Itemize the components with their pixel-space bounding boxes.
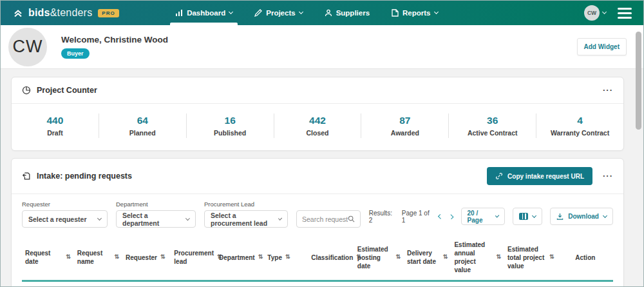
stat-awarded[interactable]: 87 Awarded — [361, 114, 449, 138]
stat-label: Published — [189, 129, 271, 137]
download-button[interactable]: Download — [550, 208, 613, 225]
filter-label: Procurement Lead — [204, 201, 288, 208]
sort-icon[interactable]: ⇅ — [160, 253, 166, 261]
widget-title: Project Counter — [37, 86, 97, 95]
project-counter-stats: 440 Draft 64 Planned 16 Published 442 Cl… — [12, 104, 623, 150]
intake-header: Intake: pending requests Copy intake req… — [12, 159, 623, 194]
chevron-down-icon — [299, 10, 303, 14]
col-request-date[interactable]: Request date⇅ — [22, 235, 74, 281]
cell-estimated-posting-date: N/A — [354, 281, 404, 287]
nav-item-projects[interactable]: Projects — [245, 1, 311, 25]
select-value: Select a department — [122, 212, 181, 227]
col-requester[interactable]: Requester⇅ — [122, 235, 171, 281]
col-type[interactable]: Type⇅ — [264, 235, 308, 281]
avatar: CW — [8, 28, 47, 66]
col-procurement-lead[interactable]: Procurement lead⇅ — [171, 235, 216, 281]
nav-item-reports[interactable]: Reports — [383, 1, 446, 25]
bar-chart-icon — [175, 9, 183, 17]
cell-estimated-total-project-value: N/A — [504, 281, 558, 287]
sort-icon[interactable]: ⇅ — [115, 253, 120, 261]
nav-item-suppliers[interactable]: Suppliers — [316, 1, 379, 25]
widget-menu-button[interactable]: ··· — [603, 173, 613, 179]
document-icon — [392, 9, 399, 17]
col-estimated-posting-date[interactable]: Estimated posting date⇅ — [354, 235, 404, 281]
cell-request-name: New Playground — [74, 281, 122, 287]
sort-icon[interactable]: ⇅ — [496, 253, 501, 261]
nav-item-label: Dashboard — [187, 9, 225, 17]
col-delivery-start-date[interactable]: Delivery start date⇅ — [404, 235, 451, 281]
chevron-down-icon — [278, 216, 282, 220]
role-badge: Buyer — [61, 48, 90, 59]
intake-document-icon — [22, 172, 31, 181]
pro-badge: PRO — [98, 9, 118, 17]
cell-type: RFP — [264, 281, 308, 287]
cell-action: Manage — [558, 281, 613, 287]
top-navbar: bids&tenders PRO Dashboard Projects — [1, 1, 643, 25]
stat-active-contract[interactable]: 36 Active Contract — [449, 114, 536, 138]
sort-icon[interactable]: ⇅ — [258, 253, 263, 261]
stat-value: 16 — [189, 115, 271, 126]
hamburger-menu-icon[interactable] — [618, 8, 632, 19]
sort-icon[interactable]: ⇅ — [66, 253, 71, 261]
col-request-name[interactable]: Request name⇅ — [74, 235, 122, 281]
sort-icon[interactable]: ⇅ — [443, 253, 448, 261]
search-icon[interactable] — [348, 215, 355, 223]
stat-label: Active Contract — [451, 129, 533, 137]
stat-label: Draft — [14, 129, 96, 137]
cell-requester: Joelle Sofonoff — [122, 281, 171, 287]
intake-filters-row: Requester Select a requester Department … — [12, 194, 623, 235]
department-select[interactable]: Select a department — [116, 210, 196, 228]
add-widget-button[interactable]: Add Widget — [577, 38, 627, 55]
page-size-select[interactable]: 20 / Page — [461, 208, 506, 225]
stat-label: Awarded — [364, 129, 446, 137]
next-page-icon[interactable] — [449, 213, 454, 219]
pending-requests-table: Request date⇅ Request name⇅ Requester⇅ P… — [22, 235, 613, 287]
widget-menu-button[interactable]: ··· — [603, 88, 613, 93]
stat-value: 87 — [364, 115, 446, 126]
procurement-lead-select[interactable]: Select a procurement lead — [204, 210, 288, 228]
filter-label: Requester — [22, 201, 108, 208]
stat-value: 36 — [451, 115, 533, 126]
stat-planned[interactable]: 64 Planned — [99, 114, 187, 138]
stat-closed[interactable]: 442 Closed — [274, 114, 362, 138]
sort-icon[interactable]: ⇅ — [549, 253, 554, 261]
sort-icon[interactable]: ⇅ — [395, 253, 401, 261]
user-menu[interactable]: CW — [584, 5, 606, 21]
col-estimated-annual-project-value[interactable]: Estimated annual project value⇅ — [451, 235, 504, 281]
page-indicator: Page 1 of 1 — [402, 210, 431, 224]
columns-icon — [519, 213, 528, 220]
stat-published[interactable]: 16 Published — [187, 114, 274, 138]
col-department[interactable]: Department⇅ — [216, 235, 264, 281]
chevron-down-icon — [495, 213, 500, 218]
col-estimated-total-project-value[interactable]: Estimated total project value⇅ — [504, 235, 558, 281]
person-icon — [325, 9, 332, 17]
chevron-down-icon — [532, 213, 536, 217]
nav-item-dashboard[interactable]: Dashboard — [166, 1, 242, 25]
page-size-value: 20 / Page — [468, 210, 491, 224]
requester-select[interactable]: Select a requester — [22, 210, 108, 228]
nav-item-label: Projects — [266, 9, 295, 17]
nav-item-label: Suppliers — [336, 9, 370, 17]
double-chevron-up-icon — [12, 7, 24, 19]
columns-toggle-button[interactable] — [513, 208, 542, 225]
table-header-row: Request date⇅ Request name⇅ Requester⇅ P… — [22, 235, 613, 281]
cell-estimated-annual-project-value: N/A — [451, 281, 504, 287]
select-value: Select a requester — [28, 215, 86, 223]
chevron-down-icon — [229, 10, 233, 14]
stat-draft[interactable]: 440 Draft — [12, 114, 99, 138]
sort-icon[interactable]: ⇅ — [285, 253, 290, 261]
search-requests-box — [296, 210, 361, 228]
brand-logo[interactable]: bids&tenders PRO — [12, 7, 119, 19]
stat-value: 4 — [539, 115, 621, 126]
filter-label: Department — [116, 201, 196, 208]
copy-intake-request-url-button[interactable]: Copy intake request URL — [487, 167, 592, 185]
nav-item-label: Reports — [402, 9, 430, 17]
stat-warranty-contract[interactable]: 4 Warranty Contract — [536, 114, 623, 138]
col-classification[interactable]: Classification⇅ — [308, 235, 354, 281]
stat-value: 64 — [102, 115, 184, 126]
cell-classification: Construction — [308, 281, 354, 287]
vertical-scrollbar[interactable] — [636, 32, 641, 130]
table-row: June 18, 2024 New Playground Joelle Sofo… — [22, 281, 613, 287]
previous-page-icon[interactable] — [437, 213, 442, 219]
search-input[interactable] — [302, 215, 348, 223]
